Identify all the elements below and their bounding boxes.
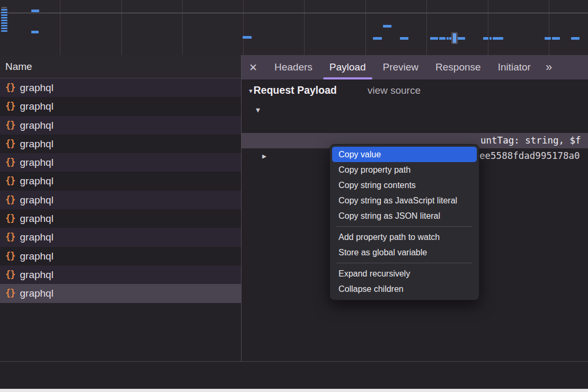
request-timing-bar — [545, 37, 551, 40]
expanded-caret-icon[interactable]: ▼ — [256, 102, 260, 118]
request-row-graphql[interactable]: {}graphql — [0, 116, 241, 135]
query-value-fragment: untTag: string, $f — [480, 133, 581, 148]
timeline-gridline — [182, 0, 183, 55]
request-timing-bar — [571, 37, 580, 40]
collapse-caret-icon: ▾ — [249, 87, 253, 95]
json-request-icon: {} — [5, 209, 15, 228]
menu-item-copy-string-as-json-literal[interactable]: Copy string as JSON literal — [332, 208, 477, 224]
request-row-graphql[interactable]: {}graphql — [0, 97, 241, 115]
request-timing-bar — [243, 36, 252, 39]
json-request-icon: {} — [5, 284, 15, 302]
request-timing-bar — [373, 37, 382, 40]
request-name-label: graphql — [20, 116, 53, 135]
request-name-label: graphql — [20, 97, 53, 115]
json-request-icon: {} — [5, 228, 15, 246]
request-row-graphql[interactable]: {}graphql — [0, 265, 241, 284]
request-name-label: graphql — [20, 247, 53, 265]
request-row-graphql[interactable]: {}graphql — [0, 228, 241, 246]
tab-response[interactable]: Response — [427, 55, 489, 79]
timeline-gridline — [366, 0, 366, 55]
menu-item-store-as-global-variable[interactable]: Store as global variable — [332, 245, 477, 260]
name-column-header[interactable]: Name — [0, 55, 241, 78]
more-tabs-icon[interactable]: » — [542, 60, 555, 74]
request-row-graphql[interactable]: {}graphql — [0, 153, 241, 172]
request-timing-bar — [493, 37, 503, 40]
timeline-gridline — [549, 0, 549, 55]
variables-value-fragment: ee5588fdad995178a0 — [479, 148, 580, 164]
request-row-graphql[interactable]: {}graphql — [0, 135, 241, 153]
menu-item-copy-string-as-javascript-literal[interactable]: Copy string as JavaScript literal — [332, 193, 477, 208]
request-name-label: graphql — [20, 265, 53, 284]
request-name-label: graphql — [20, 135, 53, 153]
request-name-label: graphql — [20, 209, 53, 228]
request-row-graphql[interactable]: {}graphql — [0, 247, 241, 265]
request-row-graphql[interactable]: {}graphql — [0, 191, 241, 209]
tree-row-operation-name[interactable]: operationName: "ipFlowTimeseries" — [242, 118, 588, 133]
timeline-gridline — [426, 0, 427, 55]
json-request-icon: {} — [5, 265, 15, 284]
section-title: Request Payload — [254, 84, 337, 96]
request-timing-bar — [439, 37, 446, 40]
request-row-graphql[interactable]: {}graphql — [0, 284, 241, 302]
devtools-network-panel: Name {}graphql{}graphql{}graphql{}graphq… — [0, 0, 588, 392]
request-timing-bar — [1, 9, 7, 11]
timeline-gridline — [243, 0, 244, 55]
tree-row-root[interactable]: ▼ {operationName: "ipFlowTimeseries", va… — [242, 102, 588, 118]
request-timing-bar — [458, 37, 465, 40]
request-timing-bar — [1, 25, 7, 26]
menu-separator — [336, 263, 473, 263]
tab-payload[interactable]: Payload — [321, 55, 375, 79]
request-timing-bar — [1, 14, 7, 16]
timeline-gridline — [60, 0, 60, 55]
json-request-icon: {} — [5, 78, 15, 97]
request-timing-bar — [31, 10, 39, 12]
context-menu: Copy valueCopy property pathCopy string … — [329, 144, 479, 300]
menu-item-expand-recursively[interactable]: Expand recursively — [332, 266, 477, 281]
request-timing-bar — [489, 37, 492, 40]
request-timing-bar — [1, 22, 7, 24]
view-source-link[interactable]: view source — [368, 85, 421, 96]
collapsed-caret-icon[interactable]: ▶ — [262, 148, 266, 164]
request-name-label: graphql — [20, 191, 53, 209]
tab-preview[interactable]: Preview — [375, 55, 427, 79]
json-request-icon: {} — [5, 191, 15, 209]
json-request-icon: {} — [5, 247, 15, 265]
menu-item-collapse-children[interactable]: Collapse children — [332, 281, 477, 297]
request-timing-bar — [1, 17, 7, 19]
request-list-panel: Name {}graphql{}graphql{}graphql{}graphq… — [0, 55, 241, 389]
request-timing-bar — [2, 7, 7, 8]
request-timing-bar — [1, 28, 7, 29]
json-request-icon: {} — [5, 172, 15, 190]
request-row-graphql[interactable]: {}graphql — [0, 209, 241, 228]
request-timing-bar — [1, 12, 7, 13]
name-column-label: Name — [5, 61, 32, 72]
tab-initiator[interactable]: Initiator — [489, 55, 539, 79]
menu-item-copy-value[interactable]: Copy value — [332, 147, 477, 162]
timeline-gridline — [304, 0, 305, 55]
request-row-graphql[interactable]: {}graphql — [0, 172, 241, 190]
request-timing-bar — [552, 37, 560, 40]
menu-item-copy-string-contents[interactable]: Copy string contents — [332, 177, 477, 193]
request-payload-section-header[interactable]: ▾Request Payloadview source — [242, 79, 588, 101]
detail-tabbar: ✕ HeadersPayloadPreviewResponseInitiator… — [242, 55, 588, 79]
request-timing-bar — [383, 25, 391, 28]
page-bottom-strip — [0, 389, 588, 392]
menu-item-add-property-path-to-watch[interactable]: Add property path to watch — [332, 229, 477, 245]
request-name-label: graphql — [20, 172, 53, 190]
timeline-gridline — [121, 0, 122, 55]
request-row-graphql[interactable]: {}graphql — [0, 78, 241, 97]
json-request-icon: {} — [5, 135, 15, 153]
request-timing-bar — [400, 37, 408, 40]
request-rows: {}graphql{}graphql{}graphql{}graphql{}gr… — [0, 78, 241, 303]
tab-headers[interactable]: Headers — [266, 55, 321, 79]
request-name-label: graphql — [20, 153, 53, 172]
json-request-icon: {} — [5, 97, 15, 115]
request-timing-bar — [1, 30, 7, 32]
network-overview-timeline[interactable] — [0, 0, 588, 56]
menu-item-copy-property-path[interactable]: Copy property path — [332, 162, 477, 177]
timeline-rule — [0, 13, 588, 13]
close-icon[interactable]: ✕ — [249, 61, 266, 74]
panel-split-divider[interactable] — [241, 55, 242, 389]
request-timing-bar — [31, 31, 39, 33]
timeline-gridline — [488, 0, 488, 55]
